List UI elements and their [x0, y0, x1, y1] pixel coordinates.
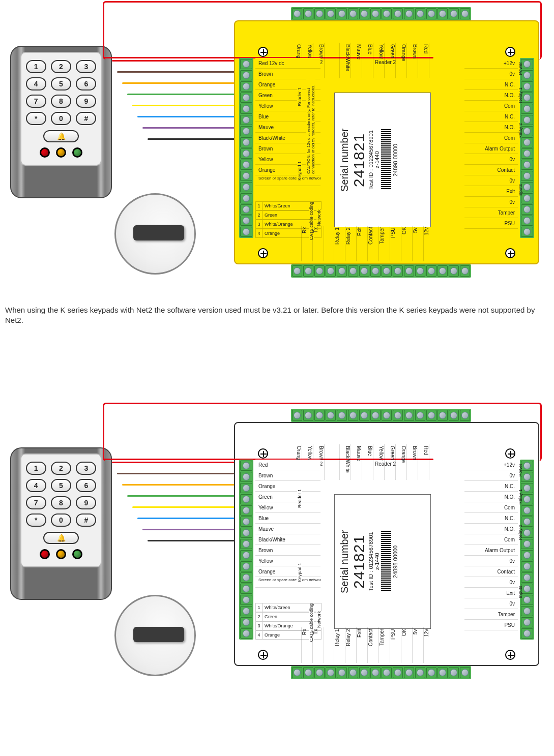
key-7[interactable]: 7	[26, 496, 46, 509]
sticker-test-id: Test ID : 012345678901	[368, 499, 374, 624]
group-keypad1: Keypad 1	[297, 161, 302, 180]
key-4[interactable]: 4	[26, 77, 46, 90]
acu-top-label: Black/White	[340, 43, 351, 78]
cat5-num: 4	[255, 229, 263, 238]
key-8[interactable]: 8	[51, 95, 71, 108]
screw-icon	[505, 248, 515, 258]
terminal-col-left	[239, 460, 253, 640]
sticker-serial: 241821	[351, 499, 368, 624]
sticker-title: Serial number	[339, 97, 351, 223]
key-star[interactable]: *	[26, 112, 46, 125]
acu-right-label: Contact	[464, 165, 518, 175]
key-5[interactable]: 5	[51, 479, 71, 492]
barcode-icon	[381, 531, 391, 592]
acu-left-label: Brown	[255, 470, 320, 481]
acu-top-label: Mauve	[351, 444, 362, 480]
key-6[interactable]: 6	[76, 77, 96, 90]
acu-left-label: Green	[255, 492, 320, 502]
key-hash[interactable]: #	[76, 513, 96, 527]
keypad-bell-button[interactable]: 🔔	[43, 532, 79, 544]
led-red-icon	[40, 147, 50, 158]
acu-right-label: Tamper	[464, 609, 518, 620]
acu-bot-label: Tamper	[378, 226, 390, 261]
group-inputs: Inputs	[518, 586, 523, 598]
acu-bot-label: Contact	[367, 226, 378, 261]
wiring-loom-top	[112, 60, 254, 162]
acu-left-label: Blue	[255, 513, 320, 524]
acu-left-labels: Red Brown Orange Green Yellow Blue Mauve…	[255, 460, 320, 588]
key-9[interactable]: 9	[76, 95, 96, 108]
acu-bot-label: Tx	[312, 226, 324, 261]
key-2[interactable]: 2	[51, 462, 71, 475]
cat5-num: 1	[255, 603, 263, 612]
terminal-col-right	[520, 58, 534, 238]
screw-icon	[258, 650, 268, 660]
key-0[interactable]: 0	[51, 112, 71, 125]
acu-right-label: Com	[464, 502, 518, 513]
acu-bot-label: Relay 1	[334, 627, 345, 663]
key-4[interactable]: 4	[26, 479, 46, 492]
acu-right-labels: +12v 0v N.C. N.O. Com N.C. N.O. Com Alar…	[464, 58, 518, 229]
acu-right-label: Com	[464, 534, 518, 545]
group-keypad1: Keypad 1	[297, 563, 302, 582]
key-hash[interactable]: #	[76, 112, 96, 125]
sticker-part: z-1440	[374, 499, 380, 624]
header-reader2: Reader 2	[375, 59, 396, 65]
key-5[interactable]: 5	[51, 77, 71, 90]
group-relay1: Relay 1	[518, 489, 523, 505]
acu-bot-label: OK	[401, 627, 412, 663]
group-relay2: Relay 2	[518, 123, 523, 139]
cat5-num: 2	[255, 612, 263, 621]
acu-top-label: Black/White	[340, 444, 351, 480]
cat5-num: 2	[255, 210, 263, 220]
terminal-row-top	[291, 409, 471, 422]
sticker-test-id: Test ID : 012345678901	[368, 97, 374, 223]
key-3[interactable]: 3	[76, 462, 96, 475]
connector-magnifier-icon	[114, 595, 196, 676]
acu-bot-label: Relay 2	[345, 627, 356, 663]
acu-left-label: Yellow	[255, 556, 320, 566]
key-8[interactable]: 8	[51, 496, 71, 509]
acu-top-label: Blue	[362, 444, 373, 480]
key-1[interactable]: 1	[26, 60, 46, 73]
keypad-device: 1 2 3 4 5 6 7 8 9 * 0 # 🔔	[10, 447, 112, 600]
terminal-row-bottom	[291, 666, 471, 679]
acu-right-label: PSU	[464, 218, 518, 229]
acu-bot-label: 5v	[412, 226, 423, 261]
led-amber-icon	[56, 549, 66, 559]
keypad-device: 1 2 3 4 5 6 7 8 9 * 0 # 🔔	[10, 46, 112, 198]
key-6[interactable]: 6	[76, 479, 96, 492]
acu-top-label: Brown	[407, 444, 418, 480]
key-1[interactable]: 1	[26, 462, 46, 475]
connector-magnifier-icon	[114, 193, 196, 275]
acu-left-label: Red	[255, 460, 320, 470]
screw-icon	[258, 448, 268, 459]
led-green-icon	[72, 549, 82, 559]
acu-left-label: Orange	[255, 566, 320, 577]
acu-right-label: Com	[464, 101, 518, 111]
key-2[interactable]: 2	[51, 60, 71, 73]
group-reader1: Reader 1	[297, 489, 302, 508]
barcode-icon	[381, 130, 391, 191]
sticker-barcode-text: 24898 00000	[392, 97, 398, 223]
acu-bot-label: 5v	[412, 627, 423, 663]
keypad-bell-button[interactable]: 🔔	[43, 130, 79, 142]
group-relay1: Relay 1	[518, 87, 523, 103]
terminal-col-left	[239, 58, 253, 238]
acu-bot-label: PSU	[390, 226, 401, 261]
acu-pcb: Orange Yellow Brown Black/White Mauve Bl…	[234, 20, 539, 264]
key-0[interactable]: 0	[51, 513, 71, 527]
screw-icon	[505, 448, 515, 459]
key-star[interactable]: *	[26, 513, 46, 527]
key-7[interactable]: 7	[26, 95, 46, 108]
key-3[interactable]: 3	[76, 60, 96, 73]
key-9[interactable]: 9	[76, 496, 96, 509]
acu-sticker: Serial number 241821 Test ID : 012345678…	[334, 494, 431, 629]
terminal-row-bottom	[291, 264, 471, 278]
acu-bot-label: 12v	[423, 627, 434, 663]
acu-top-label: Mauve	[351, 43, 362, 78]
led-green-icon	[72, 147, 82, 158]
acu-top-label: Brown	[407, 43, 418, 78]
acu-left-label: Brown	[255, 545, 320, 556]
acu-bot-label: Rx	[301, 627, 312, 663]
